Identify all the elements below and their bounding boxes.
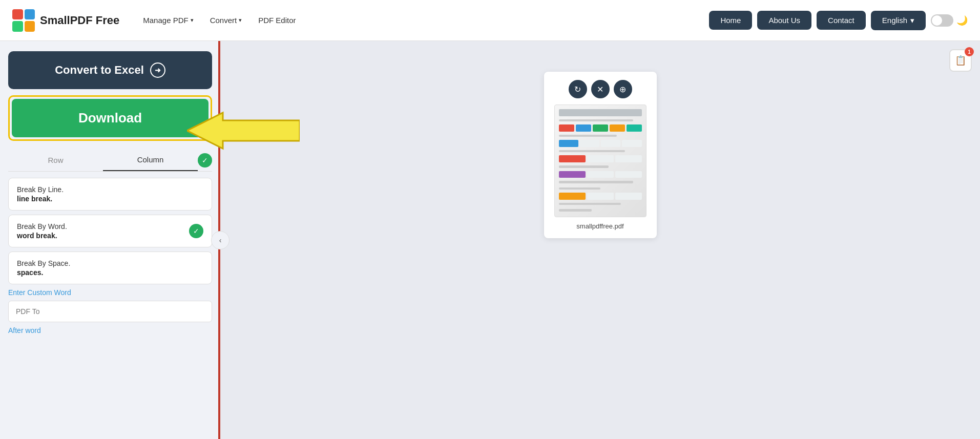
notification-icon[interactable]: 📋 1 bbox=[949, 49, 972, 72]
logo-area: SmallPDF Free bbox=[12, 9, 119, 32]
tab-column[interactable]: Column bbox=[103, 149, 198, 171]
chevron-down-icon: ▾ bbox=[910, 16, 914, 25]
contact-button[interactable]: Contact bbox=[817, 11, 866, 30]
nav-manage-pdf[interactable]: Manage PDF ▾ bbox=[136, 12, 200, 29]
pdf-thumbnail bbox=[554, 104, 647, 217]
break-by-word-option[interactable]: Break By Word. word break. ✓ bbox=[8, 215, 212, 247]
language-button[interactable]: English ▾ bbox=[871, 11, 926, 30]
nav-pdf-editor[interactable]: PDF Editor bbox=[251, 12, 303, 29]
logo-icon bbox=[12, 9, 35, 32]
break-by-space-option[interactable]: Break By Space. spaces. bbox=[8, 252, 212, 284]
custom-word-label: Enter Custom Word bbox=[8, 288, 212, 297]
sidebar: Convert to Excel ➜ Download Row Column ✓… bbox=[0, 41, 220, 439]
header-right: Home About Us Contact English ▾ 🌙 bbox=[709, 11, 968, 30]
tab-check-icon: ✓ bbox=[198, 153, 212, 168]
tab-row: Row Column ✓ bbox=[8, 149, 212, 172]
tab-row[interactable]: Row bbox=[8, 150, 103, 171]
after-word-label: After word bbox=[8, 326, 212, 335]
chevron-down-icon: ▾ bbox=[239, 17, 242, 24]
arrow-circle-icon: ➜ bbox=[150, 62, 165, 78]
about-us-button[interactable]: About Us bbox=[757, 11, 811, 30]
break-by-line-option[interactable]: Break By Line. line break. bbox=[8, 178, 212, 211]
break-space-title: Break By Space. bbox=[17, 259, 70, 267]
break-line-title: Break By Line. bbox=[17, 185, 64, 194]
nav-links: Manage PDF ▾ Convert ▾ PDF Editor bbox=[136, 12, 709, 29]
pdf-preview-card: ↻ ✕ ⊕ bbox=[544, 72, 657, 238]
break-word-sub: word break. bbox=[17, 232, 67, 240]
download-wrapper: Download bbox=[8, 95, 212, 141]
header: SmallPDF Free Manage PDF ▾ Convert ▾ PDF… bbox=[0, 0, 980, 41]
nav-convert[interactable]: Convert ▾ bbox=[203, 12, 249, 29]
pdf-refresh-button[interactable]: ↻ bbox=[569, 80, 587, 98]
notification-count: 1 bbox=[965, 47, 974, 56]
break-line-sub: line break. bbox=[17, 195, 64, 203]
logo-text: SmallPDF Free bbox=[40, 14, 119, 27]
break-word-check-icon: ✓ bbox=[189, 224, 203, 238]
pdf-filename: smallpdffree.pdf bbox=[576, 222, 623, 230]
break-space-sub: spaces. bbox=[17, 268, 70, 277]
content-area: 📋 1 ↻ ✕ ⊕ bbox=[220, 41, 980, 439]
chevron-down-icon: ▾ bbox=[191, 17, 194, 24]
collapse-sidebar-button[interactable]: ‹ bbox=[211, 231, 230, 249]
download-button[interactable]: Download bbox=[12, 99, 208, 137]
notification-badge[interactable]: 📋 1 bbox=[949, 49, 972, 72]
pointing-arrow bbox=[187, 110, 300, 153]
svg-marker-0 bbox=[187, 113, 300, 149]
theme-toggle[interactable] bbox=[931, 14, 953, 27]
pdf-close-button[interactable]: ✕ bbox=[591, 80, 610, 98]
tab-row-inner: Row Column ✓ bbox=[8, 149, 212, 171]
custom-word-input[interactable] bbox=[8, 301, 212, 322]
theme-toggle-area: 🌙 bbox=[931, 14, 968, 27]
break-word-title: Break By Word. bbox=[17, 222, 67, 231]
convert-to-excel-button[interactable]: Convert to Excel ➜ bbox=[8, 51, 212, 89]
pdf-zoom-button[interactable]: ⊕ bbox=[614, 80, 632, 98]
main-container: Convert to Excel ➜ Download Row Column ✓… bbox=[0, 41, 980, 439]
home-button[interactable]: Home bbox=[709, 11, 752, 30]
pdf-controls: ↻ ✕ ⊕ bbox=[569, 80, 632, 98]
moon-icon: 🌙 bbox=[956, 15, 968, 26]
